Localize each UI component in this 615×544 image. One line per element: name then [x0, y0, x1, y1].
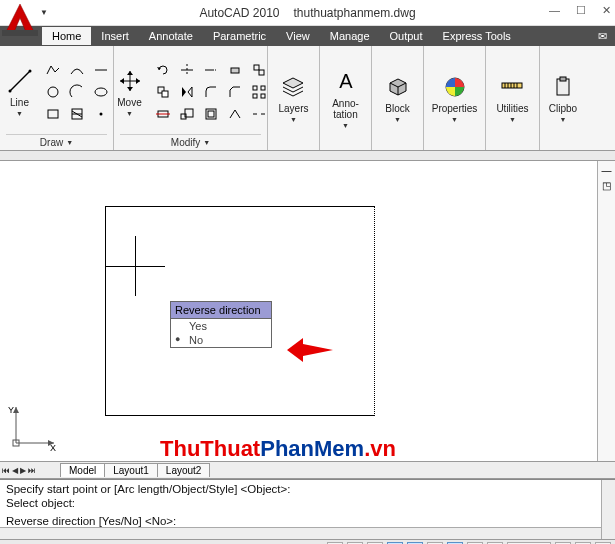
svg-rect-20 — [259, 70, 264, 75]
line-label: Line — [10, 97, 29, 108]
panel-block: Block ▼ — [372, 46, 424, 150]
clipboard-label: Clipbo — [549, 103, 577, 114]
point-icon[interactable] — [90, 104, 112, 124]
qat-dropdown-icon[interactable]: ▼ — [40, 8, 48, 17]
ellipse-icon[interactable] — [90, 82, 112, 102]
svg-rect-26 — [261, 94, 265, 98]
tab-view[interactable]: View — [276, 27, 320, 45]
tab-output[interactable]: Output — [380, 27, 433, 45]
ray-icon[interactable] — [90, 60, 112, 80]
fillet-icon[interactable] — [200, 82, 222, 102]
command-scroll-horizontal[interactable] — [0, 527, 601, 539]
utilities-label: Utilities — [496, 103, 528, 114]
document-title: thuthuatphanmem.dwg — [293, 6, 415, 20]
notifications-icon[interactable]: ✉ — [598, 30, 607, 43]
copy-icon[interactable] — [152, 82, 174, 102]
modify-panel-label: Modify — [171, 137, 200, 148]
clipboard-button[interactable]: Clipbo ▼ — [545, 71, 581, 125]
ribbon: Line ▼ Draw▼ Move ▼ — [0, 46, 615, 151]
utilities-button[interactable]: Utilities ▼ — [492, 71, 532, 125]
layout-tab-model[interactable]: Model — [60, 463, 105, 477]
minimize-button[interactable]: — — [549, 4, 560, 17]
stretch-icon[interactable] — [152, 104, 174, 124]
close-button[interactable]: ✕ — [602, 4, 611, 17]
drawing-canvas[interactable]: Reverse direction Yes No Y X ThuThuatPha… — [0, 161, 615, 461]
tab-express-tools[interactable]: Express Tools — [433, 27, 521, 45]
svg-point-11 — [99, 113, 102, 116]
polyline-icon[interactable] — [42, 60, 64, 80]
array-icon[interactable] — [248, 82, 270, 102]
command-history-line: Specify start point or [Arc length/Objec… — [6, 482, 609, 496]
svg-point-6 — [95, 88, 107, 96]
mirror-icon[interactable] — [176, 82, 198, 102]
viewcube-icon[interactable]: ◳ — [598, 180, 615, 191]
svg-rect-24 — [261, 86, 265, 90]
svg-rect-7 — [48, 110, 58, 118]
circle-icon[interactable] — [42, 82, 64, 102]
ucs-icon: Y X — [8, 401, 58, 451]
join-icon[interactable] — [224, 104, 246, 124]
move-button[interactable]: Move ▼ — [112, 65, 148, 119]
maximize-button[interactable]: ☐ — [576, 4, 586, 17]
tab-insert[interactable]: Insert — [91, 27, 139, 45]
layout-tab-layout2[interactable]: Layout2 — [157, 463, 211, 477]
chamfer-icon[interactable] — [224, 82, 246, 102]
panel-annotation: A Anno- tation ▼ — [320, 46, 372, 150]
context-menu: Reverse direction Yes No — [170, 301, 272, 348]
panel-modify: Move ▼ Modify▼ — [114, 46, 268, 150]
extend-icon[interactable] — [200, 60, 222, 80]
line-button[interactable]: Line ▼ — [2, 65, 38, 119]
minimize-viewport-icon[interactable]: — — [598, 165, 615, 176]
svg-point-5 — [48, 87, 58, 97]
tab-nav-prev-icon[interactable]: ◀ — [12, 466, 18, 475]
tab-nav-first-icon[interactable]: ⏮ — [2, 466, 10, 475]
command-line[interactable]: Specify start point or [Arc length/Objec… — [0, 479, 615, 539]
app-logo-icon[interactable] — [2, 0, 38, 36]
tab-nav-next-icon[interactable]: ▶ — [20, 466, 26, 475]
hatch-icon[interactable] — [66, 104, 88, 124]
explode-icon[interactable] — [248, 60, 270, 80]
tab-nav-last-icon[interactable]: ⏭ — [28, 466, 36, 475]
block-button[interactable]: Block ▼ — [380, 71, 416, 125]
svg-text:X: X — [50, 443, 56, 451]
layers-button[interactable]: Layers ▼ — [274, 71, 312, 125]
command-history-line: Select object: — [6, 496, 609, 510]
break-icon[interactable] — [248, 104, 270, 124]
spline-icon[interactable] — [66, 60, 88, 80]
svg-rect-19 — [254, 65, 259, 70]
trim-icon[interactable] — [176, 60, 198, 80]
tab-parametric[interactable]: Parametric — [203, 27, 276, 45]
rectangle-icon[interactable] — [42, 104, 64, 124]
svg-rect-23 — [253, 86, 257, 90]
svg-rect-22 — [162, 91, 168, 97]
erase-icon[interactable] — [224, 60, 246, 80]
move-label: Move — [117, 97, 141, 108]
tab-manage[interactable]: Manage — [320, 27, 380, 45]
canvas-side-toolbar: — ◳ — [597, 161, 615, 461]
block-label: Block — [385, 103, 409, 114]
svg-rect-32 — [208, 111, 214, 117]
option-no[interactable]: No — [171, 333, 271, 347]
layers-label: Layers — [278, 103, 308, 114]
tab-annotate[interactable]: Annotate — [139, 27, 203, 45]
arc-icon[interactable] — [66, 82, 88, 102]
scale-icon[interactable] — [176, 104, 198, 124]
app-title: AutoCAD 2010 — [199, 6, 279, 20]
annotation-button[interactable]: A Anno- tation ▼ — [328, 66, 364, 131]
offset-icon[interactable] — [200, 104, 222, 124]
properties-button[interactable]: Properties ▼ — [428, 71, 482, 125]
title-bar: ▼ AutoCAD 2010 thuthuatphanmem.dwg — ☐ ✕ — [0, 0, 615, 26]
panel-properties: Properties ▼ — [424, 46, 486, 150]
option-yes[interactable]: Yes — [171, 319, 271, 333]
command-scroll-vertical[interactable] — [601, 480, 615, 539]
layout-tab-layout1[interactable]: Layout1 — [104, 463, 158, 477]
properties-label: Properties — [432, 103, 478, 114]
svg-rect-25 — [253, 94, 257, 98]
rotate-icon[interactable] — [152, 60, 174, 80]
spacer — [0, 151, 615, 161]
status-bar: 404.5435, 2962.1575, 0.0000 MODEL — [0, 539, 615, 544]
panel-utilities: Utilities ▼ — [486, 46, 540, 150]
tab-home[interactable]: Home — [42, 27, 91, 45]
watermark: ThuThuatPhanMem.vn — [160, 436, 396, 462]
svg-point-2 — [8, 90, 11, 93]
